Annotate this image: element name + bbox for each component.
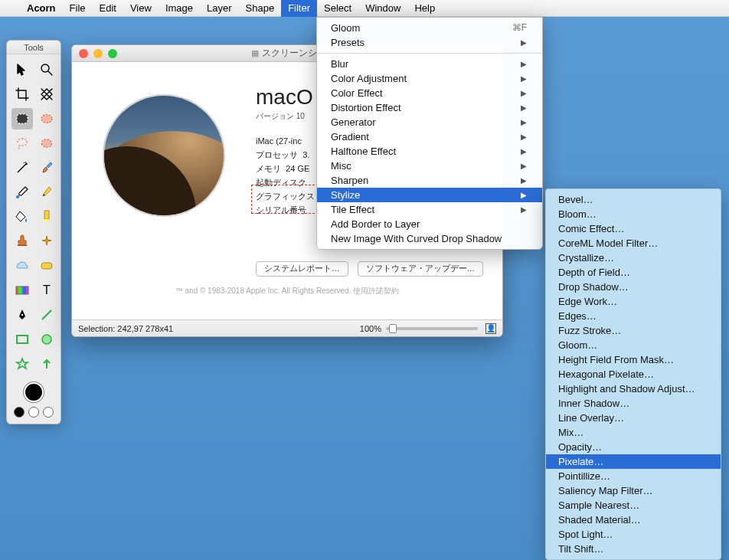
filter-misc[interactable]: Misc▶ [317, 159, 542, 173]
swatch-white[interactable] [28, 407, 39, 418]
filter-blur[interactable]: Blur▶ [317, 57, 542, 71]
cloud-tool[interactable] [11, 255, 33, 277]
menu-shape[interactable]: Shape [239, 0, 282, 17]
about-mac-image [103, 94, 225, 217]
stamp-tool[interactable] [11, 231, 33, 252]
cpu-value: 3. [302, 150, 309, 159]
filter-gradient[interactable]: Gradient▶ [317, 129, 542, 144]
stylize-mix-[interactable]: Mix… [546, 425, 721, 440]
text-tool[interactable]: T [36, 280, 57, 301]
zoom-button[interactable] [108, 49, 117, 58]
stylize-drop-shadow-[interactable]: Drop Shadow… [546, 280, 721, 294]
arrow-tool[interactable] [36, 353, 57, 375]
filter-stylize[interactable]: Stylize▶ [317, 188, 542, 202]
stylize-saliency-map-filter-[interactable]: Saliency Map Filter… [546, 483, 721, 498]
stylize-crystallize-[interactable]: Crystallize… [546, 251, 721, 265]
stylize-spot-light-[interactable]: Spot Light… [546, 527, 721, 542]
pencil-tool[interactable] [36, 182, 57, 203]
stylize-shaded-material-[interactable]: Shaded Material… [546, 513, 721, 527]
stylize-sample-nearest-[interactable]: Sample Nearest… [546, 498, 721, 513]
swatch-black[interactable] [14, 407, 25, 418]
swatch-none[interactable] [43, 407, 54, 418]
star-tool[interactable] [11, 353, 33, 375]
circle-tool[interactable] [36, 329, 57, 350]
filter-halftone-effect[interactable]: Halftone Effect▶ [317, 144, 542, 159]
transform-tool[interactable] [36, 84, 57, 105]
stylize-pixelate-[interactable]: Pixelate… [546, 454, 721, 469]
filter-distortion-effect[interactable]: Distortion Effect▶ [317, 100, 542, 115]
stylize-edge-work-[interactable]: Edge Work… [546, 294, 721, 309]
magic-wand-tool[interactable] [11, 157, 33, 178]
stylize-bevel-[interactable]: Bevel… [546, 192, 721, 207]
gradient-tool[interactable] [11, 280, 33, 301]
menu-window[interactable]: Window [358, 0, 407, 17]
stylize-inner-shadow-[interactable]: Inner Shadow… [546, 396, 721, 411]
filter-sharpen[interactable]: Sharpen▶ [317, 173, 542, 188]
rect-select-tool[interactable] [11, 108, 33, 129]
stylize-pointillize-[interactable]: Pointillize… [546, 469, 721, 483]
stylize-hexagonal-pixelate-[interactable]: Hexagonal Pixelate… [546, 367, 721, 382]
minimize-button[interactable] [93, 49, 103, 58]
stylize-highlight-and-shadow-adjust-[interactable]: Highlight and Shadow Adjust… [546, 382, 721, 396]
bucket-tool[interactable] [11, 206, 33, 228]
svg-rect-0 [17, 114, 28, 123]
lasso-tool[interactable] [11, 133, 33, 154]
filter-gloom[interactable]: Gloom⌘F [317, 21, 542, 35]
eyedropper-tool[interactable] [11, 182, 33, 203]
freehand-select-tool[interactable] [36, 133, 57, 154]
menu-help[interactable]: Help [407, 0, 442, 17]
tools-panel: Tools T [6, 40, 61, 424]
stylize-line-overlay-[interactable]: Line Overlay… [546, 411, 721, 425]
svg-text:T: T [43, 283, 51, 296]
filter-presets[interactable]: Presets▶ [317, 35, 542, 50]
menu-edit[interactable]: Edit [93, 0, 123, 17]
about-heading: macO [256, 85, 315, 110]
tools-title: Tools [7, 41, 60, 54]
crop-tool[interactable] [11, 84, 33, 105]
filter-add-border-to-layer[interactable]: Add Border to Layer [317, 217, 542, 231]
stylize-gloom-[interactable]: Gloom… [546, 338, 721, 352]
stylize-opacity-[interactable]: Opacity… [546, 440, 721, 454]
svg-rect-6 [44, 219, 49, 221]
menu-file[interactable]: File [63, 0, 93, 17]
paintbrush-tool[interactable] [36, 157, 57, 178]
menu-layer[interactable]: Layer [200, 0, 239, 17]
stylize-tilt-shift-[interactable]: Tilt Shift… [546, 542, 721, 556]
line-tool[interactable] [36, 304, 57, 326]
stylize-height-field-from-mask-[interactable]: Height Field From Mask… [546, 352, 721, 367]
stylize-coreml-model-filter-[interactable]: CoreML Model Filter… [546, 236, 721, 251]
ellipse-select-tool[interactable] [36, 108, 57, 129]
menu-view[interactable]: View [123, 0, 159, 17]
zoom-slider[interactable] [386, 327, 478, 330]
software-update-button[interactable]: ソフトウェア・アップデー… [358, 261, 484, 277]
filter-color-effect[interactable]: Color Effect▶ [317, 86, 542, 100]
zoom-readout: 100% [360, 324, 381, 333]
move-tool[interactable] [11, 59, 33, 80]
app-menu[interactable]: Acorn [20, 0, 63, 17]
zoom-tool[interactable] [36, 59, 57, 80]
close-button[interactable] [79, 49, 88, 58]
stylize-bloom-[interactable]: Bloom… [546, 207, 721, 221]
menu-filter[interactable]: Filter [281, 0, 317, 17]
stylize-comic-effect-[interactable]: Comic Effect… [546, 221, 721, 236]
foreground-color[interactable] [24, 382, 44, 402]
filter-tile-effect[interactable]: Tile Effect▶ [317, 202, 542, 217]
highlighter-tool[interactable] [36, 206, 57, 228]
system-report-button[interactable]: システムレポート… [256, 261, 348, 277]
sparkle-tool[interactable] [36, 231, 57, 252]
selection-readout: Selection: 242,97 278x41 [78, 324, 173, 333]
filter-generator[interactable]: Generator▶ [317, 115, 542, 129]
pen-tool[interactable] [11, 304, 33, 326]
filter-new-image-with-curved-drop-shadow[interactable]: New Image With Curved Drop Shadow [317, 231, 542, 246]
stylize-depth-of-field-[interactable]: Depth of Field… [546, 265, 721, 280]
filter-color-adjustment[interactable]: Color Adjustment▶ [317, 71, 542, 86]
proxy-icon: ▦ [251, 48, 259, 58]
about-model: iMac (27-inc [256, 136, 302, 146]
user-icon[interactable]: 👤 [485, 323, 496, 334]
rect-tool[interactable] [11, 329, 33, 350]
shape-tool[interactable] [36, 255, 57, 277]
stylize-edges-[interactable]: Edges… [546, 309, 721, 323]
menu-image[interactable]: Image [159, 0, 200, 17]
menu-select[interactable]: Select [317, 0, 358, 17]
stylize-fuzz-stroke-[interactable]: Fuzz Stroke… [546, 323, 721, 338]
